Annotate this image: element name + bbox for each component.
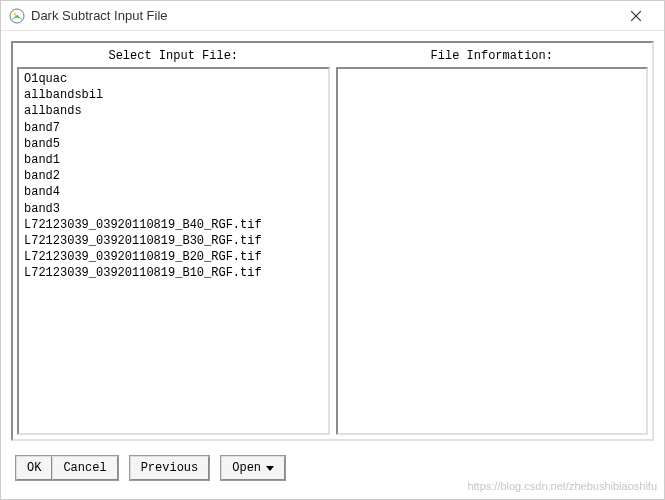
file-list: O1quacallbandsbilallbandsband7band5band1… [23, 71, 324, 281]
select-input-header: Select Input File: [17, 47, 330, 67]
main-panel: Select Input File: O1quacallbandsbilallb… [11, 41, 654, 441]
list-item[interactable]: band1 [23, 152, 324, 168]
left-panel: Select Input File: O1quacallbandsbilallb… [17, 47, 330, 435]
titlebar: Dark Subtract Input File [1, 1, 664, 31]
content-area: Select Input File: O1quacallbandsbilallb… [1, 31, 664, 499]
ok-cancel-group: OK Cancel [15, 455, 119, 481]
list-item[interactable]: band4 [23, 184, 324, 200]
file-list-box[interactable]: O1quacallbandsbilallbandsband7band5band1… [17, 67, 330, 435]
file-info-header: File Information: [336, 47, 649, 67]
list-item[interactable]: band7 [23, 120, 324, 136]
window-title: Dark Subtract Input File [31, 8, 616, 23]
list-item[interactable]: allbands [23, 103, 324, 119]
button-row: OK Cancel Previous Open [11, 441, 654, 489]
list-item[interactable]: allbandsbil [23, 87, 324, 103]
svg-point-1 [14, 12, 17, 15]
cancel-button[interactable]: Cancel [52, 456, 117, 480]
right-panel: File Information: [336, 47, 649, 435]
list-item[interactable]: L72123039_03920110819_B20_RGF.tif [23, 249, 324, 265]
ok-button[interactable]: OK [16, 456, 52, 480]
open-button[interactable]: Open [221, 456, 285, 480]
close-icon [631, 11, 641, 21]
previous-group: Previous [129, 455, 211, 481]
dialog-window: Dark Subtract Input File Select Input Fi… [0, 0, 665, 500]
list-item[interactable]: L72123039_03920110819_B30_RGF.tif [23, 233, 324, 249]
open-label: Open [232, 461, 261, 475]
close-button[interactable] [616, 2, 656, 30]
list-item[interactable]: band5 [23, 136, 324, 152]
chevron-down-icon [266, 466, 274, 471]
open-group: Open [220, 455, 286, 481]
list-item[interactable]: band2 [23, 168, 324, 184]
list-item[interactable]: O1quac [23, 71, 324, 87]
previous-button[interactable]: Previous [130, 456, 210, 480]
file-info-box [336, 67, 649, 435]
list-item[interactable]: band3 [23, 201, 324, 217]
app-icon [9, 8, 25, 24]
list-item[interactable]: L72123039_03920110819_B10_RGF.tif [23, 265, 324, 281]
list-item[interactable]: L72123039_03920110819_B40_RGF.tif [23, 217, 324, 233]
